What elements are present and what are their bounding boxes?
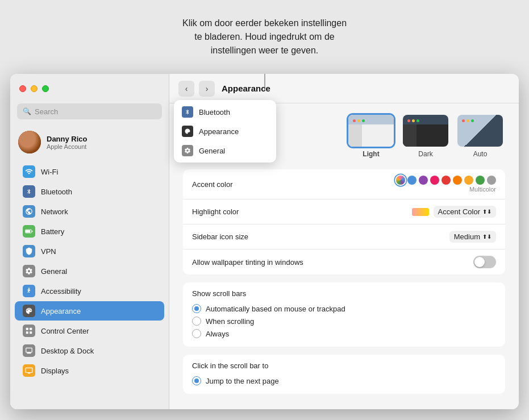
forward-button[interactable]: › [199, 81, 215, 97]
dropdown-general-icon [182, 145, 193, 156]
general-icon [23, 265, 35, 277]
settings-section-colors: Accent color [183, 169, 505, 275]
swatch-green[interactable] [476, 176, 485, 185]
main-content: ‹ › Appearance Bluetooth Appearance [169, 74, 519, 409]
scroll-bars-scrolling-radio[interactable] [192, 317, 201, 326]
user-section[interactable]: Danny Rico Apple Account [10, 125, 169, 159]
multicolor-label: Multicolor [469, 186, 496, 193]
wallpaper-tinting-value [473, 256, 496, 268]
dropdown-general-label: General [199, 147, 225, 155]
settings-window: 🔍 Search Danny Rico Apple Account Wi-Fi [10, 74, 519, 409]
appearance-option-auto[interactable]: Auto [457, 115, 503, 158]
scroll-bars-auto[interactable]: Automatically based on mouse or trackpad [192, 302, 496, 315]
accessibility-icon [23, 285, 35, 297]
sidebar-item-controlcenter[interactable]: Control Center [15, 321, 164, 340]
accent-color-label: Accent color [192, 180, 233, 189]
radio-inner [194, 306, 199, 311]
wallpaper-tinting-toggle[interactable] [473, 256, 496, 268]
swatch-red[interactable] [441, 176, 451, 185]
vpn-icon [23, 245, 35, 257]
sidebar-item-label-controlcenter: Control Center [41, 327, 89, 335]
highlight-color-selector-label: Accent Color [438, 207, 480, 216]
swatch-pink[interactable] [430, 176, 439, 185]
close-button[interactable] [19, 85, 26, 92]
swatch-multicolor[interactable] [396, 176, 405, 185]
scroll-bars-auto-label: Automatically based on mouse or trackpad [206, 305, 345, 313]
sidebar-icon-size-selector[interactable]: Medium ⬆⬇ [449, 231, 496, 243]
dropdown-item-appearance[interactable]: Appearance [174, 122, 276, 141]
click-scroll-label: Click in the scroll bar to [192, 361, 496, 370]
sidebar-item-bluetooth[interactable]: Bluetooth [15, 182, 164, 201]
tooltip-text: Klik om door eerder bekeken instellingen… [182, 16, 347, 57]
click-scroll-jump-label: Jump to the next page [206, 377, 279, 385]
scroll-bars-always[interactable]: Always [192, 327, 496, 340]
appearance-option-light[interactable]: Light [348, 115, 394, 158]
swatch-orange[interactable] [453, 176, 462, 185]
sidebar-item-label-desktop: Desktop & Dock [41, 347, 94, 355]
scroll-bars-section: Show scroll bars Automatically based on … [183, 282, 505, 347]
sidebar-item-wifi[interactable]: Wi-Fi [15, 162, 164, 181]
sidebar-icon-size-value: Medium ⬆⬇ [449, 231, 496, 243]
sidebar-item-label-general: General [41, 267, 67, 276]
sidebar-icon-size-row: Sidebar icon size Medium ⬆⬇ [183, 224, 505, 249]
sidebar-item-general[interactable]: General [15, 261, 164, 281]
sidebar-item-accessibility[interactable]: Accessibility [15, 281, 164, 301]
highlight-color-row: Highlight color Accent Color ⬆⬇ [183, 199, 505, 224]
bluetooth-icon [23, 185, 35, 198]
sidebar-item-appearance[interactable]: Appearance [15, 301, 164, 321]
dropdown-bluetooth-icon [182, 106, 193, 118]
scroll-bars-always-radio[interactable] [192, 329, 201, 338]
swatch-yellow[interactable] [464, 176, 473, 185]
sidebar-item-displays[interactable]: Displays [15, 361, 164, 380]
svg-rect-4 [26, 328, 28, 330]
appearance-label-dark: Dark [418, 150, 432, 158]
svg-rect-1 [26, 230, 30, 233]
click-scroll-jump-radio[interactable] [192, 376, 201, 385]
maximize-button[interactable] [42, 85, 49, 92]
svg-rect-6 [26, 331, 28, 334]
toggle-knob [474, 257, 485, 267]
svg-rect-5 [30, 328, 32, 330]
appearance-thumb-light [348, 115, 394, 147]
sidebar-item-battery[interactable]: Battery [15, 222, 164, 241]
minimize-button[interactable] [31, 85, 38, 92]
battery-icon [23, 225, 35, 238]
scroll-bars-scrolling-label: When scrolling [206, 317, 254, 326]
sidebar-item-vpn[interactable]: VPN [15, 242, 164, 261]
highlight-color-label: Highlight color [192, 207, 239, 216]
sidebar-item-desktop[interactable]: Desktop & Dock [15, 341, 164, 360]
scroll-bars-scrolling[interactable]: When scrolling [192, 315, 496, 327]
click-scroll-section: Click in the scroll bar to Jump to the n… [183, 355, 505, 394]
color-swatches: Multicolor [396, 176, 496, 193]
scroll-bars-auto-radio[interactable] [192, 304, 201, 313]
user-info: Danny Rico Apple Account [47, 135, 88, 150]
controlcenter-icon [23, 325, 35, 337]
titlebar [10, 74, 169, 103]
scroll-bars-label: Show scroll bars [192, 289, 496, 298]
swatch-purple[interactable] [419, 176, 428, 185]
search-icon: 🔍 [23, 107, 31, 115]
svg-point-3 [28, 288, 30, 289]
swatch-graphite[interactable] [487, 176, 496, 185]
search-bar[interactable]: 🔍 Search [17, 103, 162, 119]
highlight-preview [412, 208, 429, 216]
appearance-option-dark[interactable]: Dark [403, 115, 448, 158]
sidebar-icon-size-selector-label: Medium [454, 232, 480, 241]
dropdown-item-general[interactable]: General [174, 141, 276, 160]
swatch-blue[interactable] [407, 176, 416, 185]
sidebar-item-label-appearance: Appearance [41, 307, 81, 315]
appearance-thumb-dark [403, 115, 448, 147]
dropdown-bluetooth-label: Bluetooth [199, 108, 230, 117]
sidebar-items: Wi-Fi Bluetooth Network Battery [10, 159, 169, 409]
displays-icon [23, 364, 35, 377]
highlight-color-selector[interactable]: Accent Color ⬆⬇ [434, 206, 496, 218]
sidebar-item-label-displays: Displays [41, 367, 69, 375]
click-scroll-jump-page[interactable]: Jump to the next page [192, 375, 496, 387]
main-header: ‹ › Appearance Bluetooth Appearance [169, 74, 519, 103]
swatches-row [396, 176, 496, 185]
sidebar-item-network[interactable]: Network [15, 202, 164, 221]
sidebar-item-label-accessibility: Accessibility [41, 287, 81, 296]
dropdown-item-bluetooth[interactable]: Bluetooth [174, 102, 276, 122]
accent-color-row: Accent color [183, 169, 505, 199]
back-button[interactable]: ‹ [178, 81, 194, 97]
